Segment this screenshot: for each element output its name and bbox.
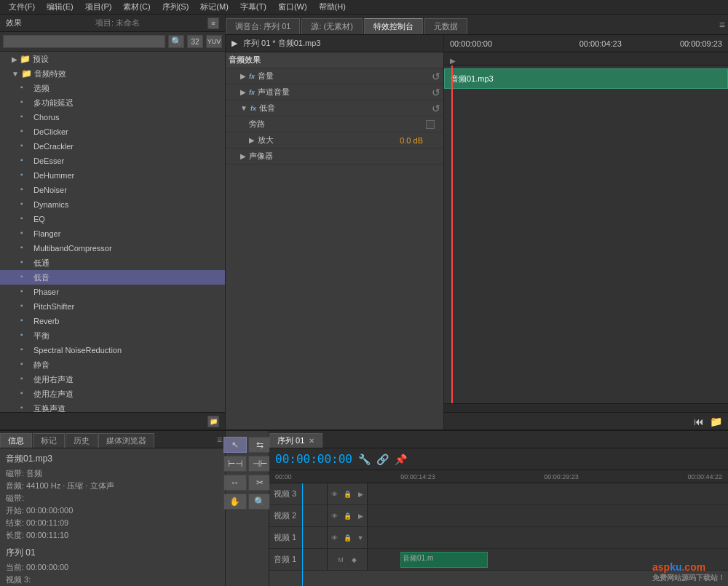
tree-item-xuanpin[interactable]: ▪ 选频 <box>0 81 225 95</box>
menu-sequence[interactable]: 序列(S) <box>157 0 195 14</box>
tree-item-deesser[interactable]: ▪ DeEsser <box>0 154 225 168</box>
amplify-value[interactable]: 0.0 dB <box>400 136 423 145</box>
tab-bar-menu-icon[interactable]: ≡ <box>719 19 725 31</box>
tab-source[interactable]: 源: (无素材) <box>301 18 362 34</box>
menu-marker[interactable]: 标记(M) <box>194 0 234 14</box>
tree-item-left-channel[interactable]: ▪ 使用左声道 <box>0 387 225 401</box>
tab-markers[interactable]: 标记 <box>33 433 65 448</box>
seq-lock-btn-v3[interactable]: 🔒 <box>342 489 352 499</box>
seq-lock-btn-v2[interactable]: 🔒 <box>342 511 352 521</box>
tool-rolling-edit[interactable]: ⊣⊢ <box>248 456 272 472</box>
panel-menu-btn[interactable]: ≡ <box>207 17 219 29</box>
bypass-checkbox[interactable] <box>426 120 435 129</box>
tab-mixer[interactable]: 调音台: 序列 01 <box>226 18 300 34</box>
tree-item-presets[interactable]: ▶ 📁 预设 <box>0 52 225 66</box>
tool-select[interactable]: ↖ <box>223 437 247 453</box>
seq-solo-btn-a1[interactable]: ◆ <box>349 555 359 565</box>
effect-row-volume[interactable]: ▶ fx 音量 ↺ <box>226 68 443 84</box>
menu-asset[interactable]: 素材(C) <box>117 0 156 14</box>
seq-audio-clip[interactable]: 音频01.m <box>400 552 488 568</box>
effect-row-channel-volume[interactable]: ▶ fx 声道音量 ↺ <box>226 84 443 100</box>
effect-row-amplify[interactable]: ▶ 放大 0.0 dB <box>226 132 443 149</box>
bottom-panel-menu-icon[interactable]: ≡ <box>217 435 222 445</box>
tool-ripple-edit[interactable]: ⊢⊣ <box>223 456 247 472</box>
channel-volume-reset[interactable]: ↺ <box>432 87 440 98</box>
tool-track-select[interactable]: ⇆ <box>248 437 272 453</box>
seq-tab-close-btn[interactable]: ✕ <box>309 437 314 445</box>
timeline-scrollbar[interactable] <box>444 403 728 412</box>
menu-edit[interactable]: 编辑(E) <box>41 0 79 14</box>
menu-subtitle[interactable]: 字幕(T) <box>234 0 272 14</box>
tab-info[interactable]: 信息 <box>0 433 32 448</box>
menu-file[interactable]: 文件(F) <box>3 0 41 14</box>
arrow-icon: ▶ <box>12 55 17 63</box>
seq-marker-btn[interactable]: 📌 <box>395 454 407 465</box>
seq-mute-btn-a1[interactable]: M <box>336 555 346 565</box>
tree-item-mute[interactable]: ▪ 静音 <box>0 357 225 372</box>
seq-link-btn[interactable]: 🔗 <box>376 454 389 465</box>
tree-item-declicker[interactable]: ▪ DeClicker <box>0 124 225 139</box>
tab-effects-control[interactable]: 特效控制台 <box>364 18 423 34</box>
tree-item-pitchshifter[interactable]: ▪ PitchShifter <box>0 299 225 314</box>
search-icon-btn1[interactable]: 🔍 <box>168 35 184 48</box>
effect-row-bypass[interactable]: 旁路 <box>226 116 443 132</box>
menu-window[interactable]: 窗口(W) <box>272 0 313 14</box>
tree-item-eq[interactable]: ▪ EQ <box>0 212 225 226</box>
effects-control-area: ▶ 序列 01 * 音频01.mp3 音频效果 ▶ fx 音量 ↺ <box>226 35 728 429</box>
seq-tab-sequence01[interactable]: 序列 01 ✕ <box>269 433 323 448</box>
timeline-current-time: 00:00:00:00 <box>450 39 492 48</box>
tree-item-diyin[interactable]: ▪ 低音 <box>0 270 225 285</box>
effect-icon-eq: ▪ <box>20 214 31 224</box>
seq-lock-btn-v1[interactable]: 🔒 <box>342 533 352 543</box>
tree-item-audio-effects[interactable]: ▼ 📁 音频特效 <box>0 66 225 81</box>
seq-eye-btn-v3[interactable]: 👁 <box>329 489 339 499</box>
transport-folder-btn[interactable]: 📁 <box>710 416 722 427</box>
tree-item-flanger[interactable]: ▪ Flanger <box>0 226 225 241</box>
tree-item-right-channel[interactable]: ▪ 使用右声道 <box>0 372 225 387</box>
tree-item-spectral[interactable]: ▪ Spectral NoiseReduction <box>0 343 225 357</box>
audio-clip[interactable]: 音频01.mp3 <box>444 68 728 89</box>
tree-item-reverb[interactable]: ▪ Reverb <box>0 314 225 328</box>
seq-expand-btn-v2[interactable]: ▶ <box>355 511 365 521</box>
seq-ruler-times: 00:00 00:00:14:23 00:00:29:23 00:00:44:2… <box>275 473 722 480</box>
tool-razor[interactable]: ✂ <box>248 475 272 491</box>
seq-snap-btn[interactable]: 🔧 <box>358 454 371 465</box>
tree-item-ditong[interactable]: ▪ 低通 <box>0 256 225 270</box>
tool-rate-stretch[interactable]: ↔ <box>223 475 247 491</box>
watermark-sub: 免费网站源码下载站！ <box>652 573 725 583</box>
volume-reset-btn[interactable]: ↺ <box>432 71 440 82</box>
search-icon-btn2[interactable]: 32 <box>187 35 203 48</box>
tree-item-balance[interactable]: ▪ 平衡 <box>0 328 225 343</box>
effect-icon-ditong: ▪ <box>20 258 31 268</box>
tree-item-duogongneng[interactable]: ▪ 多功能延迟 <box>0 95 225 110</box>
seq-eye-btn-v1[interactable]: 👁 <box>329 533 339 543</box>
bass-reset[interactable]: ↺ <box>432 103 440 114</box>
tab-metadata[interactable]: 元数据 <box>424 18 467 34</box>
tree-item-denoiser[interactable]: ▪ DeNoiser <box>0 183 225 197</box>
effects-search-input[interactable] <box>3 35 165 48</box>
tab-history[interactable]: 历史 <box>66 433 98 448</box>
menu-help[interactable]: 帮助(H) <box>313 0 352 14</box>
seq-expand-btn-v3[interactable]: ▶ <box>355 489 365 499</box>
tree-item-dehummer[interactable]: ▪ DeHummer <box>0 168 225 183</box>
tab-media-browser[interactable]: 媒体浏览器 <box>98 433 154 448</box>
transport-prev-btn[interactable]: ⏮ <box>694 416 704 427</box>
seq-expand-btn-v1[interactable]: ▼ <box>355 533 365 543</box>
effects-panel-folder-btn[interactable]: 📁 <box>207 416 219 427</box>
tree-item-swap-channel[interactable]: ▪ 互换声道 <box>0 401 225 412</box>
seq-clip-label: 音频01.m <box>401 553 435 563</box>
effect-row-panner[interactable]: ▶ 声像器 <box>226 149 443 165</box>
menu-project[interactable]: 项目(P) <box>79 0 118 14</box>
tree-item-dynamics[interactable]: ▪ Dynamics <box>0 197 225 212</box>
seq-eye-btn-v2[interactable]: 👁 <box>329 511 339 521</box>
tree-item-multiband[interactable]: ▪ MultibandCompressor <box>0 241 225 256</box>
effect-row-bass[interactable]: ▼ fx 低音 ↺ <box>226 100 443 116</box>
tool-slip[interactable]: ✋ <box>223 494 247 510</box>
search-icon-btn3[interactable]: YUV <box>206 35 222 48</box>
tree-item-decrackler[interactable]: ▪ DeCrackler <box>0 139 225 154</box>
seq-track-content-video1 <box>368 527 728 548</box>
tool-zoom[interactable]: 🔍 <box>248 494 272 510</box>
clip-play-btn[interactable]: ▶ <box>232 39 237 48</box>
tree-item-phaser[interactable]: ▪ Phaser <box>0 285 225 299</box>
tree-item-chorus[interactable]: ▪ Chorus <box>0 110 225 124</box>
